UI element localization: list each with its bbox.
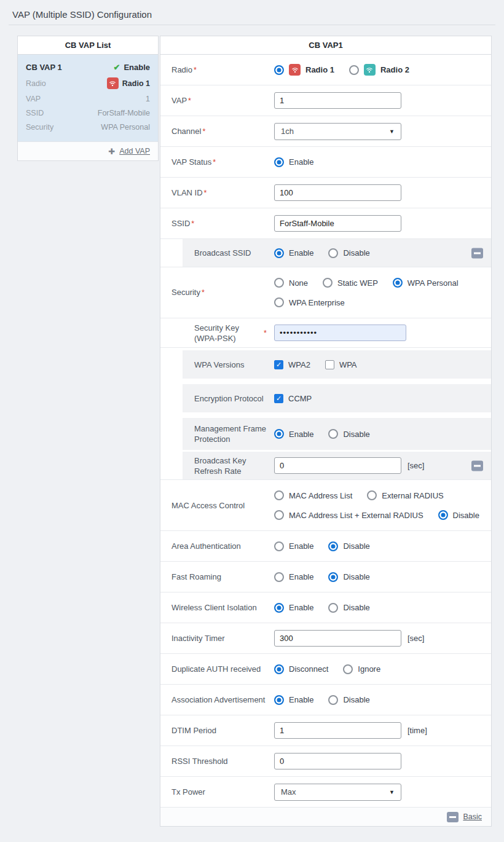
security-static-wep-option[interactable]: Static WEP — [323, 278, 378, 288]
fast-roaming-enable-radio[interactable] — [274, 572, 284, 582]
radio2-option[interactable]: Radio 2 — [349, 64, 409, 76]
fast-roaming-disable-radio[interactable] — [328, 572, 338, 582]
external-radius-option[interactable]: External RADIUS — [367, 490, 443, 500]
radio1-wifi-icon — [107, 77, 119, 89]
security-wpa-personal-option[interactable]: WPA Personal — [393, 278, 459, 288]
mfp-enable-radio[interactable] — [274, 429, 284, 439]
wpa-option[interactable]: WPA — [325, 360, 357, 369]
assoc-adv-disable-option[interactable]: Disable — [328, 695, 369, 705]
security-static-wep-radio[interactable] — [323, 278, 333, 288]
mac-access-control-field-label: MAC Access Control — [171, 501, 245, 510]
radio1-radio-button[interactable] — [274, 65, 284, 75]
page-title: VAP (Multiple SSID) Configuration — [12, 9, 152, 20]
bkr-field-label: Broadcast Key Refresh Rate — [194, 456, 246, 476]
vlan-id-input[interactable] — [274, 184, 401, 201]
fast-roaming-field-label: Fast Roaming — [171, 572, 221, 581]
radio2-radio-button[interactable] — [349, 65, 359, 75]
row-broadcast-key-refresh-rate: Broadcast Key Refresh Rate [sec] — [160, 452, 491, 480]
mac-address-list-option[interactable]: MAC Address List — [274, 490, 352, 500]
broadcast-ssid-enable-radio[interactable] — [274, 248, 284, 258]
ccmp-checkbox[interactable]: ✓ — [274, 394, 283, 403]
dup-auth-ignore-radio[interactable] — [343, 664, 353, 674]
mac-list-plus-radius-option[interactable]: MAC Address List + External RADIUS — [274, 510, 423, 520]
wci-disable-radio[interactable] — [328, 603, 338, 613]
add-vap-link[interactable]: Add VAP — [119, 147, 150, 155]
dtim-period-input[interactable] — [274, 722, 401, 739]
dup-auth-ignore-option[interactable]: Ignore — [343, 664, 380, 674]
broadcast-ssid-disable-option[interactable]: Disable — [328, 248, 369, 258]
required-asterisk: * — [188, 96, 191, 105]
security-wpa-enterprise-radio[interactable] — [274, 297, 284, 307]
area-auth-disable-option[interactable]: Disable — [328, 541, 369, 551]
broadcast-ssid-field-label: Broadcast SSID — [194, 248, 251, 258]
inactivity-timer-input[interactable] — [274, 630, 401, 647]
external-radius-radio[interactable] — [367, 490, 377, 500]
mac-list-plus-radius-radio[interactable] — [274, 510, 284, 520]
tx-power-select[interactable]: Max▼ — [274, 784, 401, 801]
wci-disable-option[interactable]: Disable — [328, 603, 369, 613]
vap-config-title: CB VAP1 — [160, 36, 491, 55]
collapse-minus-button[interactable] — [471, 460, 483, 471]
fast-roaming-disable-option[interactable]: Disable — [328, 572, 369, 582]
broadcast-key-refresh-rate-input[interactable] — [274, 457, 401, 474]
ccmp-option[interactable]: ✓CCMP — [274, 394, 312, 403]
area-authentication-field-label: Area Authentication — [171, 541, 241, 551]
wpa2-checkbox[interactable]: ✓ — [274, 360, 283, 369]
rssi-threshold-input[interactable] — [274, 753, 401, 769]
radio1-option[interactable]: Radio 1 — [274, 64, 334, 76]
vap-list-title: CB VAP List — [18, 36, 158, 55]
broadcast-ssid-disable-radio[interactable] — [328, 248, 338, 258]
inactivity-unit-label: [sec] — [408, 634, 424, 643]
required-asterisk: * — [191, 219, 194, 228]
basic-link[interactable]: Basic — [463, 812, 482, 821]
mfp-disable-radio[interactable] — [328, 429, 338, 439]
security-key-field-label: Security Key (WPA-PSK) — [194, 323, 239, 343]
assoc-adv-enable-option[interactable]: Enable — [274, 695, 313, 705]
assoc-adv-enable-radio[interactable] — [274, 695, 284, 705]
vap-status-enable-radio[interactable] — [274, 157, 284, 167]
area-auth-enable-option[interactable]: Enable — [274, 541, 313, 551]
security-none-option[interactable]: None — [274, 278, 308, 288]
wci-enable-radio[interactable] — [274, 603, 284, 613]
collapse-minus-button[interactable] — [471, 248, 483, 258]
wpa-checkbox[interactable] — [325, 360, 334, 369]
dup-auth-disconnect-radio[interactable] — [274, 664, 284, 674]
dup-auth-disconnect-option[interactable]: Disconnect — [274, 664, 328, 674]
vap-list-item[interactable]: CB VAP 1 ✔Enable Radio Radio 1 VAP 1 SSI… — [18, 55, 158, 141]
security-none-radio[interactable] — [274, 278, 284, 288]
collapse-minus-button[interactable] — [447, 812, 459, 822]
mac-address-list-radio[interactable] — [274, 490, 284, 500]
vap-status-enable-option[interactable]: Enable — [274, 157, 313, 167]
radio2-option-label: Radio 2 — [380, 65, 409, 74]
required-asterisk: * — [202, 127, 205, 136]
row-channel: Channel* 1ch▼ — [160, 116, 491, 147]
channel-select[interactable]: 1ch▼ — [274, 123, 401, 140]
row-wpa-versions: WPA Versions ✓WPA2 WPA — [160, 350, 491, 379]
mfp-disable-option[interactable]: Disable — [328, 429, 369, 439]
wci-enable-option[interactable]: Enable — [274, 603, 313, 613]
ssid-input[interactable] — [274, 215, 401, 232]
tx-power-selected-value: Max — [281, 787, 296, 797]
mac-acl-disable-option[interactable]: Disable — [438, 510, 479, 520]
area-auth-enable-radio[interactable] — [274, 541, 284, 551]
item-security-label: Security — [26, 123, 53, 132]
fast-roaming-enable-option[interactable]: Enable — [274, 572, 313, 582]
assoc-adv-disable-radio[interactable] — [328, 695, 338, 705]
required-asterisk: * — [194, 66, 197, 74]
wpa2-option[interactable]: ✓WPA2 — [274, 360, 310, 369]
security-key-input[interactable] — [274, 325, 406, 341]
mfp-enable-option[interactable]: Enable — [274, 429, 313, 439]
security-wpa-enterprise-option[interactable]: WPA Enterprise — [274, 297, 345, 307]
vap-config-panel: CB VAP1 Radio* Radio 1 Radio 2 VAP* Chan… — [160, 36, 492, 827]
mac-acl-disable-radio[interactable] — [438, 510, 448, 520]
item-radio-value: Radio 1 — [107, 77, 150, 89]
vap-input[interactable] — [274, 92, 401, 109]
area-auth-disable-radio[interactable] — [328, 541, 338, 551]
radio-field-label: Radio — [171, 65, 192, 74]
row-radio: Radio* Radio 1 Radio 2 — [160, 55, 491, 85]
item-vap-label: VAP — [26, 95, 41, 103]
security-wpa-personal-radio[interactable] — [393, 278, 403, 288]
rssi-threshold-field-label: RSSI Threshold — [171, 757, 228, 766]
encryption-protocol-field-label: Encryption Protocol — [194, 394, 264, 403]
broadcast-ssid-enable-option[interactable]: Enable — [274, 248, 313, 258]
